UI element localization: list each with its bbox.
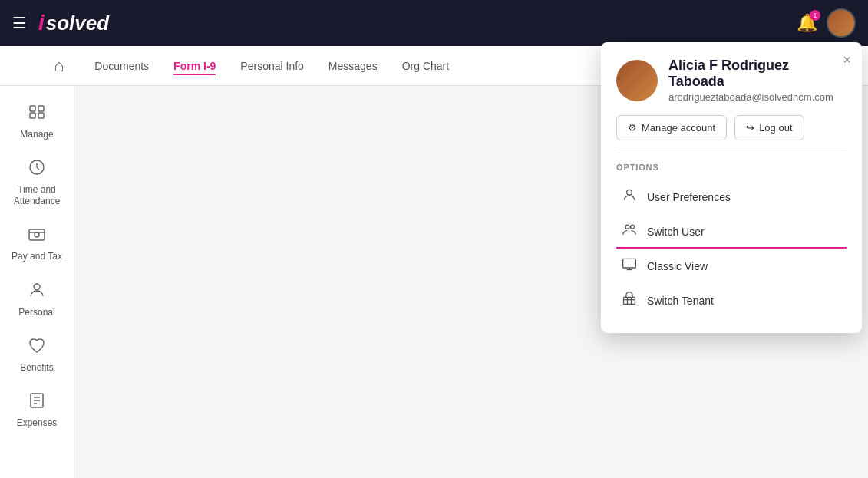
switch-user-label: Switch User [647,226,705,238]
topbar-right: 🔔 1 [797,8,856,38]
option-classic-view[interactable]: Classic View [616,249,847,283]
sidebar-item-expenses-label: Expenses [17,417,58,428]
benefits-icon [28,336,46,359]
manage-account-label: Manage account [642,122,715,134]
sidebar-item-personal[interactable]: Personal [2,273,71,325]
svg-point-8 [34,284,40,290]
classic-view-label: Classic View [647,260,708,272]
popup-avatar [616,60,658,101]
svg-rect-3 [38,113,44,118]
logout-icon: ↪ [746,122,754,134]
logo-icon: i [38,11,45,35]
tab-form-i9[interactable]: Form I-9 [173,57,216,75]
topbar-left: ☰ i solved [12,11,109,35]
popup-user-info: Alicia F Rodriguez Taboada arodrigueztab… [668,58,847,103]
option-user-preferences[interactable]: User Preferences [616,180,847,214]
sidebar-item-benefits-label: Benefits [20,362,53,373]
switch-tenant-icon [621,291,638,310]
manage-account-button[interactable]: ⚙ Manage account [616,115,727,140]
classic-view-icon [621,256,638,275]
sidebar-item-expenses[interactable]: Expenses [2,384,71,436]
sidebar-item-time-attendance[interactable]: Time andAttendance [2,150,71,214]
user-preferences-label: User Preferences [647,191,731,203]
tab-documents[interactable]: Documents [94,57,149,75]
svg-rect-5 [29,229,45,240]
logo: i solved [38,11,109,35]
svg-rect-2 [38,106,44,111]
svg-rect-1 [30,113,35,118]
options-section-label: OPTIONS [616,163,847,172]
option-switch-user[interactable]: Switch User [616,214,847,249]
switch-tenant-label: Switch Tenant [647,295,714,307]
notifications-button[interactable]: 🔔 1 [797,13,817,33]
svg-rect-19 [624,297,635,304]
sidebar-item-personal-label: Personal [18,307,54,318]
time-icon [28,158,46,181]
sidebar-item-time-label: Time andAttendance [14,184,61,206]
hamburger-icon[interactable]: ☰ [12,14,26,32]
user-avatar-button[interactable] [827,8,856,38]
logo-text: solved [46,12,109,35]
sidebar-item-pay-tax[interactable]: Pay and Tax [2,217,71,269]
sidebar-item-manage-label: Manage [20,129,53,140]
popup-actions: ⚙ Manage account ↪ Log out [616,115,847,140]
sidebar-item-pay-label: Pay and Tax [12,251,62,262]
popup-header: Alicia F Rodriguez Taboada arodrigueztab… [616,58,847,103]
popup-close-button[interactable]: × [843,53,851,67]
avatar [828,8,854,38]
svg-rect-16 [623,259,636,268]
notification-badge: 1 [810,10,820,21]
manage-icon [28,103,46,126]
gear-icon: ⚙ [628,122,637,134]
svg-rect-0 [30,106,35,111]
tab-messages[interactable]: Messages [328,57,378,75]
logout-label: Log out [759,122,792,134]
popup-user-email: arodrigueztaboada@isolvedhcm.com [668,91,847,103]
svg-point-15 [631,225,635,229]
svg-point-14 [625,225,629,229]
user-preferences-icon [621,187,638,206]
sidebar: Manage Time andAttendance Pay and Tax [0,86,74,478]
logout-button[interactable]: ↪ Log out [734,115,804,140]
personal-icon [28,281,46,304]
popup-divider [616,153,847,153]
switch-user-icon [621,222,638,241]
popup-user-name: Alicia F Rodriguez Taboada [668,58,847,90]
expenses-icon [28,391,46,414]
pay-icon [28,225,46,248]
sidebar-item-benefits[interactable]: Benefits [2,328,71,381]
home-button[interactable]: ⌂ [54,56,64,76]
svg-point-6 [35,232,39,237]
svg-point-13 [627,190,632,195]
tab-personal-info[interactable]: Personal Info [240,57,304,75]
topbar: ☰ i solved 🔔 1 [0,0,868,46]
sidebar-item-manage[interactable]: Manage [2,95,71,147]
option-switch-tenant[interactable]: Switch Tenant [616,283,847,318]
user-popup: × Alicia F Rodriguez Taboada arodriguezt… [601,42,862,333]
tab-org-chart[interactable]: Org Chart [402,57,449,75]
